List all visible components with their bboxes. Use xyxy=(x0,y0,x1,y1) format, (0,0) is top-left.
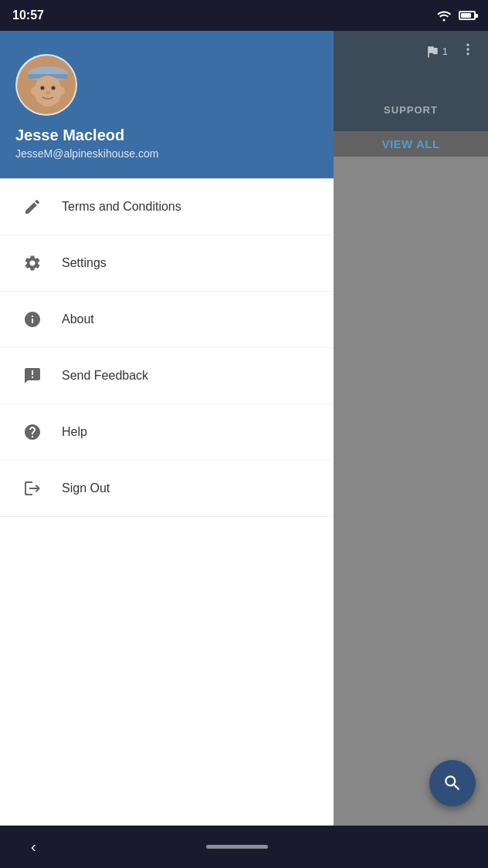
profile-header: Jesse Macleod JesseM@alpineskihouse.com xyxy=(0,31,334,178)
status-bar: 10:57 xyxy=(0,0,488,31)
menu-list: Terms and Conditions Settings Abou xyxy=(0,178,334,826)
svg-point-10 xyxy=(466,48,469,50)
main-layout: Jesse Macleod JesseM@alpineskihouse.com … xyxy=(0,31,488,826)
svg-point-7 xyxy=(31,87,37,95)
wifi-icon xyxy=(435,9,452,22)
svg-point-11 xyxy=(466,52,469,55)
svg-point-5 xyxy=(52,86,56,90)
terms-icon xyxy=(19,193,46,221)
menu-item-help[interactable]: Help xyxy=(0,404,334,461)
terms-label: Terms and Conditions xyxy=(62,200,181,214)
search-icon xyxy=(442,773,463,793)
right-content xyxy=(334,157,488,826)
about-icon xyxy=(19,306,46,333)
more-options-icon[interactable] xyxy=(460,42,476,61)
user-name: Jesse Macleod xyxy=(15,127,318,144)
avatar-image xyxy=(17,56,77,116)
right-panel: 1 SUPPORT VIEW ALL xyxy=(334,31,488,826)
bottom-nav-bar: ‹ xyxy=(0,826,488,868)
home-indicator[interactable] xyxy=(206,845,268,849)
drawer: Jesse Macleod JesseM@alpineskihouse.com … xyxy=(0,31,334,826)
menu-item-settings[interactable]: Settings xyxy=(0,235,334,292)
menu-item-about[interactable]: About xyxy=(0,292,334,348)
support-label: SUPPORT xyxy=(346,104,476,123)
settings-icon xyxy=(19,249,46,277)
right-header: 1 SUPPORT xyxy=(334,31,488,131)
svg-point-6 xyxy=(46,91,50,94)
signout-icon xyxy=(19,475,46,502)
right-header-top: 1 xyxy=(346,42,476,61)
signout-label: Sign Out xyxy=(62,481,110,495)
user-email: JesseM@alpineskihouse.com xyxy=(15,147,318,160)
help-label: Help xyxy=(62,425,87,439)
flag-count: 1 xyxy=(442,46,448,57)
feedback-icon xyxy=(19,362,46,390)
time-display: 10:57 xyxy=(12,8,44,22)
flag-icon xyxy=(425,44,440,59)
svg-point-4 xyxy=(41,86,45,90)
feedback-label: Send Feedback xyxy=(62,369,148,383)
back-button[interactable]: ‹ xyxy=(31,838,36,856)
svg-point-8 xyxy=(59,87,65,95)
avatar xyxy=(15,54,77,116)
menu-item-terms[interactable]: Terms and Conditions xyxy=(0,178,334,235)
svg-point-9 xyxy=(466,44,469,46)
view-all-button[interactable]: VIEW ALL xyxy=(334,131,488,157)
about-label: About xyxy=(62,312,94,326)
fab-search-button[interactable] xyxy=(429,760,476,806)
status-icons xyxy=(435,9,476,22)
menu-item-feedback[interactable]: Send Feedback xyxy=(0,348,334,404)
settings-label: Settings xyxy=(62,256,107,270)
battery-icon xyxy=(459,11,476,20)
help-icon xyxy=(19,418,46,446)
flag-badge[interactable]: 1 xyxy=(425,44,448,59)
menu-item-signout[interactable]: Sign Out xyxy=(0,461,334,517)
